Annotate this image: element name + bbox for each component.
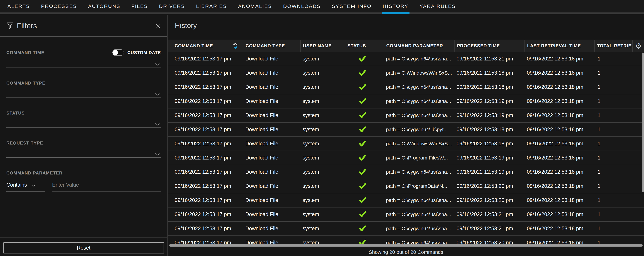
cell-status [345,122,382,137]
cell-command-type: Download File [243,94,300,108]
nav-tab-label: FILES [132,3,148,9]
cell-processed-time: 09/16/2022 12:53:19 pm [454,165,524,179]
request-type-label: REQUEST TYPE [6,141,43,146]
custom-date-toggle[interactable] [112,49,124,56]
status-success-check-icon [359,211,366,217]
operator-value: Contains [6,182,27,188]
cell-command-parameter: path = C:\cygwin64\usr\sha... [382,193,454,207]
table-row[interactable]: 09/16/2022 12:53:17 pm Download File sys… [168,207,644,222]
table-row[interactable]: 09/16/2022 12:53:17 pm Download File sys… [168,80,644,94]
command-type-select[interactable] [6,86,161,98]
nav-tab[interactable]: ANOMALIES [238,0,272,13]
status-success-check-icon [359,56,366,62]
table-row[interactable]: 09/16/2022 12:53:17 pm Download File sys… [168,66,644,80]
cell-total-retrieval: 1 [594,193,644,207]
column-header-command-type[interactable]: COMMAND TYPE [243,40,300,52]
nav-tab[interactable]: FILES [132,0,148,13]
toggle-knob [112,50,118,55]
nav-tab[interactable]: AUTORUNS [88,0,120,13]
status-select[interactable] [6,116,161,128]
nav-tab[interactable]: YARA RULES [420,0,456,13]
cell-command-time: 09/16/2022 12:53:17 pm [168,122,243,137]
cell-command-type: Download File [243,193,300,207]
cell-last-retrieval-time: 09/16/2022 12:53:18 pm [524,179,594,193]
table-row[interactable]: 09/16/2022 12:53:17 pm Download File sys… [168,52,644,66]
cell-user-name: system [300,66,345,80]
table-row[interactable]: 09/16/2022 12:53:17 pm Download File sys… [168,165,644,179]
table-row[interactable]: 09/16/2022 12:53:17 pm Download File sys… [168,236,644,244]
top-navigation: ALERTS PROCESSES AUTORUNS FILES DRIVERS … [0,0,644,14]
cell-user-name: system [300,137,345,151]
column-header-user-name[interactable]: USER NAME [300,40,345,52]
cell-last-retrieval-time: 09/16/2022 12:53:18 pm [524,207,594,221]
column-header-status[interactable]: STATUS [345,40,382,52]
table-row[interactable]: 09/16/2022 12:53:17 pm Download File sys… [168,151,644,165]
cell-command-type: Download File [243,179,300,193]
table-row[interactable]: 09/16/2022 12:53:17 pm Download File sys… [168,94,644,108]
nav-tab[interactable]: DRIVERS [159,0,185,13]
command-parameter-label: COMMAND PARAMETER [6,170,62,176]
table-row[interactable]: 09/16/2022 12:53:17 pm Download File sys… [168,122,644,137]
request-type-select[interactable] [6,146,161,158]
table-row[interactable]: 09/16/2022 12:53:17 pm Download File sys… [168,137,644,151]
column-header-processed-time[interactable]: PROCESSED TIME [454,40,524,52]
close-icon[interactable] [155,23,160,29]
chevron-down-icon [155,93,160,96]
cell-command-parameter: path = C:\Windows\WinSxS... [382,66,454,80]
gear-icon: ⚙ [635,41,642,50]
column-header-total-retrieval[interactable]: TOTAL RETRIEVAL [594,40,632,52]
cell-last-retrieval-time: 09/16/2022 12:53:18 pm [524,222,594,235]
cell-command-type: Download File [243,207,300,221]
cell-total-retrieval: 1 [594,165,644,179]
chevron-down-icon [155,153,160,156]
cell-last-retrieval-time: 09/16/2022 12:53:18 pm [524,80,594,94]
cell-command-type: Download File [243,122,300,137]
column-header-command-parameter[interactable]: COMMAND PARAMETER [382,40,454,52]
table-header: COMMAND TIME COMMAND TYPE USER NAME STAT… [168,40,644,52]
status-success-check-icon [359,240,366,244]
cell-processed-time: 09/16/2022 12:53:19 pm [454,94,524,108]
nav-tab[interactable]: LIBRARIES [196,0,227,13]
filter-funnel-icon [7,22,13,29]
cell-command-time: 09/16/2022 12:53:17 pm [168,179,243,193]
status-success-check-icon [359,183,366,189]
column-header-last-retrieval-time[interactable]: LAST RETRIEVAL TIME [524,40,594,52]
status-success-check-icon [359,84,366,90]
vertical-scrollbar[interactable] [642,53,644,192]
table-row[interactable]: 09/16/2022 12:53:17 pm Download File sys… [168,108,644,122]
table-row[interactable]: 09/16/2022 12:53:17 pm Download File sys… [168,179,644,193]
status-success-check-icon [359,169,366,175]
cell-command-parameter: path = C:\Program Files\V... [382,151,454,165]
nav-tab[interactable]: HISTORY [382,0,408,13]
nav-tab[interactable]: SYSTEM INFO [332,0,372,13]
cell-command-type: Download File [243,108,300,122]
cell-user-name: system [300,193,345,207]
cell-user-name: system [300,108,345,122]
filter-command-parameter: COMMAND PARAMETER Contains [6,170,161,191]
cell-command-type: Download File [243,137,300,151]
cell-total-retrieval: 1 [594,222,644,235]
chevron-down-icon [155,123,160,126]
command-time-select[interactable] [6,56,161,68]
cell-processed-time: 09/16/2022 12:53:18 pm [454,80,524,94]
nav-tab[interactable]: ALERTS [8,0,30,13]
cell-total-retrieval: 1 [594,94,644,108]
nav-tab-label: DRIVERS [159,3,185,9]
cell-last-retrieval-time: 09/16/2022 12:53:18 pm [524,165,594,179]
cell-user-name: system [300,222,345,235]
nav-tab[interactable]: PROCESSES [41,0,77,13]
horizontal-scrollbar[interactable] [169,244,643,246]
cell-command-type: Download File [243,66,300,80]
nav-tab[interactable]: DOWNLOADS [283,0,321,13]
operator-select[interactable]: Contains [6,179,45,191]
table-row[interactable]: 09/16/2022 12:53:17 pm Download File sys… [168,193,644,207]
column-header-command-time[interactable]: COMMAND TIME [168,40,243,52]
cell-processed-time: 09/16/2022 12:53:18 pm [454,122,524,137]
table-row[interactable]: 09/16/2022 12:53:17 pm Download File sys… [168,222,644,236]
command-parameter-input[interactable] [52,179,161,191]
cell-status [345,207,382,221]
reset-button[interactable]: Reset [3,242,164,253]
nav-tab-label: YARA RULES [420,3,456,9]
column-settings-button[interactable]: ⚙ [632,40,644,52]
status-success-check-icon [359,70,366,76]
